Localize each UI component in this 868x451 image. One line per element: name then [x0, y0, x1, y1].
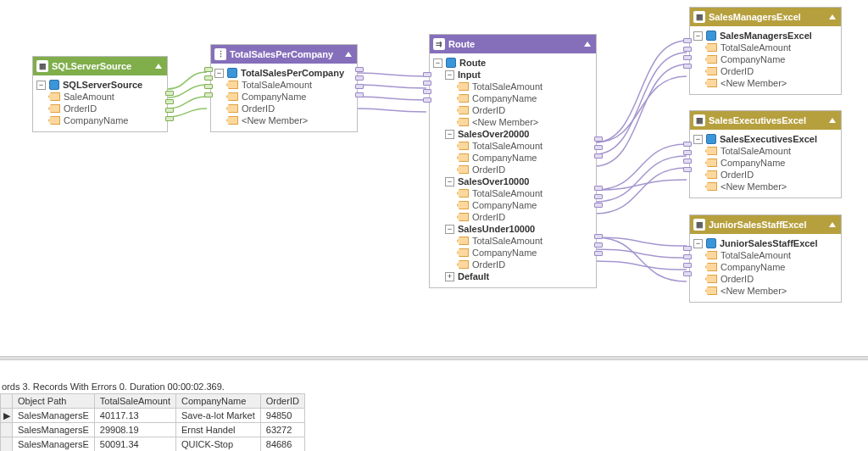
- field-row[interactable]: TotalSaleAmount: [214, 79, 352, 91]
- column-header[interactable]: CompanyName: [175, 394, 260, 409]
- node-header[interactable]: ▦ SQLServerSource: [33, 57, 167, 75]
- field-row[interactable]: CompanyName: [433, 247, 591, 259]
- input-port[interactable]: [423, 97, 431, 103]
- expander-minus-icon[interactable]: −: [445, 225, 454, 234]
- collapse-arrow-icon[interactable]: [584, 42, 591, 47]
- output-port[interactable]: [594, 145, 603, 150]
- output-port[interactable]: [594, 242, 603, 248]
- field-row[interactable]: TotalSaleAmount: [693, 42, 836, 53]
- expander-minus-icon[interactable]: −: [445, 70, 454, 80]
- output-port[interactable]: [165, 116, 174, 121]
- output-port[interactable]: [594, 186, 603, 191]
- expander-minus-icon[interactable]: −: [36, 81, 46, 90]
- field-row[interactable]: TotalSaleAmount: [693, 145, 836, 157]
- field-row[interactable]: OrderID: [433, 259, 591, 270]
- field-row[interactable]: OrderID: [433, 211, 591, 223]
- collapse-arrow-icon[interactable]: [345, 52, 352, 57]
- expander-minus-icon[interactable]: −: [445, 130, 454, 139]
- field-row[interactable]: CompanyName: [433, 92, 591, 104]
- input-port[interactable]: [683, 64, 692, 69]
- field-row[interactable]: OrderID: [693, 65, 836, 77]
- output-port[interactable]: [165, 108, 174, 113]
- output-port[interactable]: [355, 92, 364, 97]
- field-row[interactable]: SaleAmount: [36, 91, 162, 103]
- node-total-sales[interactable]: ⋮ TotalSalesPerCompany − TotalSalesPerCo…: [210, 44, 358, 132]
- field-row[interactable]: OrderID: [433, 164, 591, 175]
- node-header[interactable]: ⇉ Route: [430, 35, 596, 53]
- table-row[interactable]: SalesManagersE 50091.34 QUICK-Stop 84686: [1, 437, 305, 452]
- input-port[interactable]: [683, 246, 692, 251]
- collapse-arrow-icon[interactable]: [829, 222, 836, 227]
- input-port[interactable]: [683, 150, 692, 155]
- input-port[interactable]: [683, 271, 692, 276]
- expander-minus-icon[interactable]: −: [433, 58, 442, 68]
- field-row[interactable]: TotalSaleAmount: [433, 235, 591, 247]
- field-row[interactable]: CompanyName: [214, 91, 352, 103]
- collapse-arrow-icon[interactable]: [829, 118, 836, 123]
- expander-minus-icon[interactable]: −: [693, 31, 703, 41]
- field-row[interactable]: <New Member>: [214, 114, 352, 126]
- input-port[interactable]: [204, 84, 213, 89]
- field-row[interactable]: CompanyName: [693, 261, 836, 273]
- output-port[interactable]: [594, 203, 603, 208]
- field-row[interactable]: OrderID: [433, 104, 591, 116]
- output-port[interactable]: [594, 136, 603, 142]
- field-row[interactable]: OrderID: [214, 103, 352, 114]
- column-header[interactable]: Object Path: [13, 394, 95, 409]
- field-row[interactable]: OrderID: [36, 103, 162, 114]
- input-port[interactable]: [423, 81, 431, 86]
- field-row[interactable]: TotalSaleAmount: [433, 81, 591, 92]
- table-row[interactable]: SalesManagersE 29908.19 Ernst Handel 632…: [1, 423, 305, 437]
- field-row[interactable]: OrderID: [693, 169, 836, 181]
- input-port[interactable]: [204, 92, 213, 97]
- node-sales-executives[interactable]: ▦ SalesExecutivesExcel − SalesExecutives…: [689, 110, 842, 198]
- field-row[interactable]: <New Member>: [693, 77, 836, 89]
- node-header[interactable]: ▦ SalesExecutivesExcel: [690, 111, 841, 130]
- node-route[interactable]: ⇉ Route − Route −Input TotalSaleAmount C…: [429, 34, 597, 288]
- row-selector[interactable]: ▶: [1, 409, 13, 423]
- output-port[interactable]: [594, 153, 603, 159]
- expander-minus-icon[interactable]: −: [693, 239, 703, 248]
- node-junior-sales[interactable]: ▦ JuniorSalesStaffExcel − JuniorSalesSta…: [689, 214, 842, 303]
- field-row[interactable]: <New Member>: [433, 116, 591, 128]
- output-port[interactable]: [594, 194, 603, 199]
- table-row[interactable]: ▶ SalesManagersE 40117.13 Save-a-lot Mar…: [1, 409, 305, 423]
- collapse-arrow-icon[interactable]: [155, 64, 162, 69]
- input-port[interactable]: [423, 89, 431, 94]
- input-port[interactable]: [683, 55, 692, 60]
- node-header[interactable]: ▦ SalesManagersExcel: [690, 8, 841, 26]
- field-row[interactable]: OrderID: [693, 273, 836, 285]
- row-selector[interactable]: [1, 423, 13, 437]
- input-port[interactable]: [683, 167, 692, 172]
- node-sales-managers[interactable]: ▦ SalesManagersExcel − SalesManagersExce…: [689, 7, 842, 95]
- expander-minus-icon[interactable]: −: [445, 177, 454, 187]
- node-sqlserver-source[interactable]: ▦ SQLServerSource − SQLServerSource Sale…: [32, 56, 168, 132]
- input-port[interactable]: [423, 72, 431, 77]
- expander-plus-icon[interactable]: +: [445, 272, 454, 281]
- output-port[interactable]: [355, 84, 364, 89]
- field-row[interactable]: <New Member>: [693, 285, 836, 297]
- field-row[interactable]: TotalSaleAmount: [433, 187, 591, 199]
- input-port[interactable]: [683, 263, 692, 268]
- field-row[interactable]: TotalSaleAmount: [433, 140, 591, 152]
- input-port[interactable]: [683, 142, 692, 147]
- field-row[interactable]: CompanyName: [433, 199, 591, 211]
- panel-divider[interactable]: [0, 356, 868, 360]
- input-port[interactable]: [204, 67, 213, 72]
- expander-minus-icon[interactable]: −: [693, 135, 703, 144]
- output-port[interactable]: [165, 91, 174, 96]
- collapse-arrow-icon[interactable]: [829, 14, 836, 19]
- output-port[interactable]: [165, 99, 174, 104]
- node-header[interactable]: ⋮ TotalSalesPerCompany: [211, 45, 357, 64]
- field-row[interactable]: TotalSaleAmount: [693, 249, 836, 261]
- field-row[interactable]: CompanyName: [36, 114, 162, 126]
- input-port[interactable]: [683, 38, 692, 43]
- input-port[interactable]: [204, 75, 213, 81]
- column-header[interactable]: OrderID: [260, 394, 304, 409]
- input-port[interactable]: [683, 254, 692, 259]
- input-port[interactable]: [683, 159, 692, 164]
- field-row[interactable]: CompanyName: [433, 152, 591, 164]
- field-row[interactable]: CompanyName: [693, 157, 836, 169]
- output-port[interactable]: [355, 67, 364, 72]
- input-port[interactable]: [683, 47, 692, 52]
